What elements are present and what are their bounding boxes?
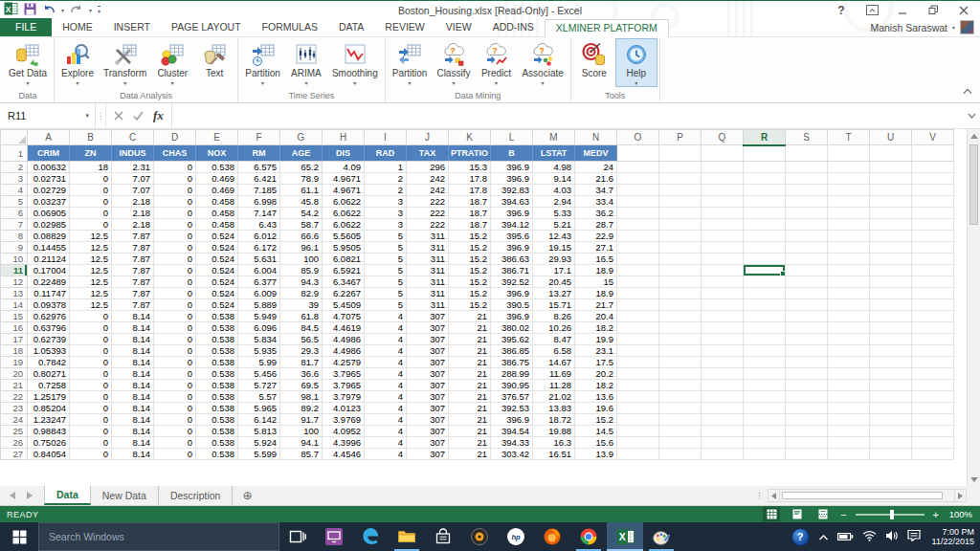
row-header-16[interactable]: 16: [1, 322, 28, 334]
cell-U15[interactable]: [870, 311, 912, 322]
cell-L26[interactable]: 394.33: [491, 437, 533, 449]
ribbon-button-partition[interactable]: Partition▾: [240, 38, 285, 87]
cell-E14[interactable]: 0.524: [196, 299, 238, 311]
cell-B16[interactable]: 0: [70, 322, 112, 334]
cell-Q7[interactable]: [702, 219, 744, 231]
cell-A3[interactable]: 0.02731: [28, 173, 70, 185]
cell-D23[interactable]: 0: [154, 403, 196, 414]
cell-D22[interactable]: 0: [154, 391, 196, 403]
cell-A17[interactable]: 0.62739: [28, 334, 70, 345]
cell-H5[interactable]: 6.0622: [323, 196, 365, 208]
cell-K17[interactable]: 21: [449, 334, 491, 345]
cell-F5[interactable]: 6.998: [238, 196, 280, 208]
cell-B10[interactable]: 12.5: [70, 253, 112, 265]
cell-H13[interactable]: 6.2267: [323, 288, 365, 299]
horizontal-scroll-thumb[interactable]: [782, 492, 943, 499]
minimize-button[interactable]: [894, 3, 911, 18]
cell-A8[interactable]: 0.08829: [28, 231, 70, 242]
cell-Q20[interactable]: [702, 368, 744, 380]
cell-Q17[interactable]: [702, 334, 744, 345]
cell-G17[interactable]: 56.5: [280, 334, 323, 345]
cancel-formula-icon[interactable]: [114, 107, 123, 124]
cell-F7[interactable]: 6.43: [238, 219, 280, 231]
cell-O4[interactable]: [617, 185, 659, 196]
cell-D12[interactable]: 0: [154, 276, 196, 288]
column-header-S[interactable]: S: [786, 130, 828, 145]
cell-Q24[interactable]: [702, 414, 744, 426]
cell-R21[interactable]: [744, 380, 786, 391]
cell-C19[interactable]: 8.14: [112, 357, 154, 368]
field-header-age[interactable]: AGE: [280, 145, 323, 162]
name-box-dropdown-icon[interactable]: ▾: [79, 112, 95, 120]
column-header-U[interactable]: U: [870, 130, 912, 145]
insert-function-icon[interactable]: fx: [153, 108, 164, 123]
cell-E5[interactable]: 0.458: [196, 196, 238, 208]
cell-Q19[interactable]: [702, 357, 744, 368]
cell-O22[interactable]: [617, 391, 659, 403]
cell-U8[interactable]: [870, 231, 912, 242]
ribbon-button-get-data[interactable]: Get Data▾: [4, 38, 52, 87]
cell-B12[interactable]: 12.5: [70, 276, 112, 288]
cell-S22[interactable]: [786, 391, 828, 403]
sheet-tab-new-data[interactable]: New Data: [91, 486, 159, 505]
redo-caret-icon[interactable]: ▾: [89, 7, 92, 13]
cell-S18[interactable]: [786, 345, 828, 357]
cell-G11[interactable]: 85.9: [280, 265, 323, 276]
cell-C7[interactable]: 2.18: [112, 219, 154, 231]
cell-K3[interactable]: 17.8: [449, 173, 491, 185]
cell-B13[interactable]: 12.5: [70, 288, 112, 299]
cell-K26[interactable]: 21: [449, 437, 491, 449]
cell-N15[interactable]: 20.4: [575, 311, 617, 322]
cell-N12[interactable]: 15: [575, 276, 617, 288]
cell-V25[interactable]: [912, 426, 954, 437]
cell-F26[interactable]: 5.924: [238, 437, 280, 449]
cell-B2[interactable]: 18: [70, 162, 112, 173]
cell-L12[interactable]: 392.52: [491, 276, 533, 288]
cell-V11[interactable]: [912, 265, 954, 276]
cell-S1[interactable]: [786, 145, 828, 162]
cell-O3[interactable]: [617, 173, 659, 185]
cell-S15[interactable]: [786, 311, 828, 322]
cell-Q26[interactable]: [702, 437, 744, 449]
cell-R27[interactable]: [744, 449, 786, 460]
cell-I3[interactable]: 2: [365, 173, 407, 185]
cell-V1[interactable]: [912, 145, 954, 162]
tab-formulas[interactable]: FORMULAS: [252, 18, 328, 36]
cell-T20[interactable]: [828, 368, 870, 380]
field-header-ptratio[interactable]: PTRATIO: [449, 145, 491, 162]
cell-N4[interactable]: 34.7: [575, 185, 617, 196]
cell-K19[interactable]: 21: [449, 357, 491, 368]
cell-R7[interactable]: [744, 219, 786, 231]
cell-F8[interactable]: 6.012: [238, 231, 280, 242]
cell-B8[interactable]: 12.5: [70, 231, 112, 242]
cell-A11[interactable]: 0.17004: [28, 265, 70, 276]
cell-H27[interactable]: 4.4546: [323, 449, 365, 460]
page-layout-view-icon[interactable]: [789, 507, 806, 521]
cell-J6[interactable]: 222: [407, 208, 449, 219]
cell-K13[interactable]: 15.2: [449, 288, 491, 299]
cell-C4[interactable]: 7.07: [112, 185, 154, 196]
row-header-6[interactable]: 6: [1, 208, 28, 219]
zoom-slider-thumb[interactable]: [890, 510, 894, 519]
cell-P26[interactable]: [659, 437, 702, 449]
cell-O24[interactable]: [617, 414, 659, 426]
cell-S27[interactable]: [786, 449, 828, 460]
cell-C9[interactable]: 7.87: [112, 242, 154, 253]
cell-A18[interactable]: 1.05393: [28, 345, 70, 357]
row-header-9[interactable]: 9: [1, 242, 28, 253]
cell-A23[interactable]: 0.85204: [28, 403, 70, 414]
cell-B20[interactable]: 0: [70, 368, 112, 380]
cell-S23[interactable]: [786, 403, 828, 414]
cell-A12[interactable]: 0.22489: [28, 276, 70, 288]
tab-insert[interactable]: INSERT: [103, 18, 161, 36]
cell-I17[interactable]: 4: [365, 334, 407, 345]
cell-G25[interactable]: 100: [280, 426, 323, 437]
cell-H25[interactable]: 4.0952: [323, 426, 365, 437]
cell-B15[interactable]: 0: [70, 311, 112, 322]
cell-A7[interactable]: 0.02985: [28, 219, 70, 231]
cell-Q5[interactable]: [702, 196, 744, 208]
cell-U16[interactable]: [870, 322, 912, 334]
cell-V4[interactable]: [912, 185, 954, 196]
cell-N18[interactable]: 23.1: [575, 345, 617, 357]
cell-R6[interactable]: [744, 208, 786, 219]
